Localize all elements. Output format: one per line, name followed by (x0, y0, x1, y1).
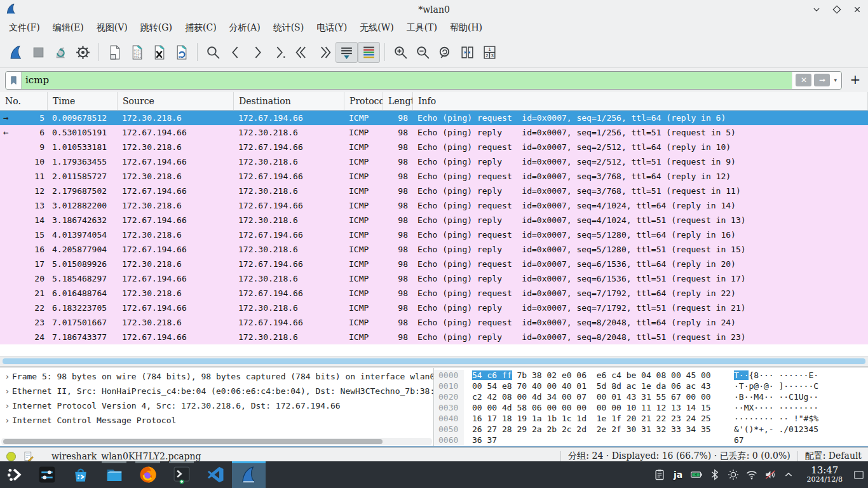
column-header-source[interactable]: Source (118, 92, 234, 110)
volume-tray[interactable] (761, 461, 780, 488)
menu-item-f[interactable]: 文件(F) (3, 20, 46, 36)
capture-options-button[interactable] (72, 42, 94, 63)
maximize-button[interactable] (831, 4, 843, 15)
hex-ascii[interactable]: &'()*+,- ./012345 (734, 424, 818, 435)
hex-bytes[interactable]: 00 00 4d 58 06 00 00 00 00 00 10 11 12 1… (472, 402, 719, 413)
hex-bytes[interactable]: 54 c6 ff 7b 38 02 e0 06 e6 c4 be 04 08 0… (472, 370, 719, 381)
menu-item-y[interactable]: 电话(Y) (310, 20, 353, 36)
restart-capture-button[interactable] (50, 42, 72, 63)
filter-dropdown-caret-icon[interactable]: ▾ (832, 77, 838, 83)
filter-bookmark-icon[interactable] (6, 72, 22, 89)
stop-capture-button[interactable] (27, 42, 50, 63)
app-launcher-button[interactable] (0, 461, 30, 488)
packet-row[interactable]: 205.185468297172.67.194.66172.30.218.6IC… (0, 271, 868, 286)
menu-item-a[interactable]: 分析(A) (223, 20, 267, 36)
reload-file-button[interactable] (170, 42, 193, 63)
packet-row[interactable]: 112.011585727172.30.218.6172.67.194.66IC… (0, 169, 868, 184)
hex-ascii[interactable]: T··{8··· ······E· (734, 370, 818, 381)
menu-item-h[interactable]: 帮助(H) (444, 20, 489, 36)
auto-scroll-button[interactable] (336, 42, 358, 63)
hex-ascii[interactable]: 67 (734, 435, 744, 445)
packet-row[interactable]: 122.179687502172.67.194.66172.30.218.6IC… (0, 184, 868, 198)
hex-row[interactable]: 006036 3767 (434, 435, 868, 445)
hex-bytes[interactable]: 16 17 18 19 1a 1b 1c 1d 1e 1f 20 21 22 2… (472, 413, 719, 424)
detail-tree-row[interactable]: ›Internet Protocol Version 4, Src: 172.3… (0, 398, 433, 413)
brightness-tray[interactable] (724, 461, 743, 488)
go-back-button[interactable] (224, 42, 247, 63)
hex-row[interactable]: 004016 17 18 19 1a 1b 1c 1d 1e 1f 20 21 … (434, 413, 868, 424)
go-forward-button[interactable] (247, 42, 269, 63)
firefox-browser-button[interactable] (131, 461, 165, 488)
packet-row[interactable]: 226.183223705172.67.194.66172.30.218.6IC… (0, 301, 868, 315)
zoom-in-button[interactable] (390, 42, 412, 63)
detail-tree-row[interactable]: ›Ethernet II, Src: HonHaiPrecis_c4:be:04… (0, 384, 433, 398)
file-manager-button[interactable] (97, 461, 131, 488)
zoom-out-button[interactable] (412, 42, 434, 63)
packet-row[interactable]: ←60.530105191172.67.194.66172.30.218.6IC… (0, 125, 868, 140)
tray-expander[interactable] (780, 461, 798, 488)
wireshark-button[interactable] (232, 461, 266, 488)
menu-item-t[interactable]: 工具(T) (400, 20, 444, 36)
battery-tray[interactable] (688, 461, 706, 488)
column-header-no[interactable]: No. (0, 92, 48, 110)
packet-row[interactable]: 247.186743377172.67.194.66172.30.218.6IC… (0, 330, 868, 344)
hex-ascii[interactable]: ········ ·· !"#$% (734, 413, 818, 424)
zoom-reset-button[interactable] (434, 42, 456, 63)
menu-item-e[interactable]: 编辑(E) (46, 20, 90, 36)
packet-row[interactable]: 237.017501667172.30.218.6172.67.194.66IC… (0, 315, 868, 330)
menu-item-s[interactable]: 统计(S) (267, 20, 311, 36)
discover-store-button[interactable] (64, 461, 97, 488)
expander-icon[interactable]: › (3, 413, 12, 428)
expander-icon[interactable]: › (3, 369, 12, 384)
column-header-destination[interactable]: Destination (234, 92, 344, 110)
hex-ascii[interactable]: ·T·p@·@· ]······C (734, 381, 818, 391)
system-settings-button[interactable] (30, 461, 64, 488)
column-header-protocol[interactable]: Protocol (344, 92, 383, 110)
expert-info-button[interactable] (6, 452, 16, 461)
hex-bytes[interactable]: c2 42 08 00 4d 34 00 07 00 01 43 31 55 6… (472, 391, 719, 402)
close-button[interactable] (851, 4, 863, 15)
clipboard-tray[interactable] (651, 461, 669, 488)
last-packet-button[interactable] (313, 42, 336, 63)
detail-tree-row[interactable]: ›Internet Control Message Protocol (0, 413, 433, 428)
packet-row[interactable]: 133.012882200172.30.218.6172.67.194.66IC… (0, 198, 868, 213)
open-file-button[interactable] (104, 42, 126, 63)
start-capture-button[interactable] (5, 42, 27, 63)
menu-item-v[interactable]: 视图(V) (90, 20, 134, 36)
first-packet-button[interactable] (291, 42, 313, 63)
wifi-tray[interactable] (743, 461, 761, 488)
column-header-length[interactable]: Length (383, 92, 413, 110)
go-to-packet-button[interactable] (269, 42, 291, 63)
packet-row[interactable]: 164.205877904172.67.194.66172.30.218.6IC… (0, 242, 868, 257)
filter-apply-button[interactable]: ➞ (814, 74, 830, 86)
save-file-button[interactable]: 010101100011 (126, 42, 148, 63)
packet-row[interactable]: 91.010533181172.30.218.6172.67.194.66ICM… (0, 140, 868, 154)
column-header-time[interactable]: Time (48, 92, 118, 110)
expander-icon[interactable]: › (3, 384, 12, 398)
bluetooth-tray[interactable] (706, 461, 724, 488)
resize-columns-button[interactable] (456, 42, 478, 63)
menu-item-g[interactable]: 跳转(G) (134, 20, 179, 36)
find-packet-button[interactable] (202, 42, 224, 63)
hex-ascii[interactable]: ··MX···· ········ (734, 402, 818, 413)
hex-row[interactable]: 000054 c6 ff 7b 38 02 e0 06 e6 c4 be 04 … (434, 370, 868, 381)
packet-list-hscrollbar[interactable] (0, 356, 868, 366)
hex-bytes[interactable]: 26 27 28 29 2a 2b 2c 2d 2e 2f 30 31 32 3… (472, 424, 719, 435)
clock[interactable]: 13:47 2024/12/8 (801, 461, 849, 488)
hex-row[interactable]: 005026 27 28 29 2a 2b 2c 2d 2e 2f 30 31 … (434, 424, 868, 435)
packet-row[interactable]: →50.009678512172.30.218.6172.67.194.66IC… (0, 111, 868, 125)
hex-row[interactable]: 0020c2 42 08 00 4d 34 00 07 00 01 43 31 … (434, 391, 868, 402)
profile-label[interactable]: 配置: Default (805, 451, 862, 462)
colorize-button[interactable] (358, 42, 380, 63)
show-desktop-button[interactable] (849, 461, 868, 488)
display-filter-input[interactable] (22, 72, 792, 89)
titlebar[interactable]: *wlan0 (0, 0, 868, 19)
packet-row[interactable]: 101.179363455172.67.194.66172.30.218.6IC… (0, 154, 868, 169)
capture-comment-icon[interactable] (23, 451, 34, 462)
packet-row[interactable]: 216.016488764172.30.218.6172.67.194.66IC… (0, 286, 868, 301)
packet-row[interactable]: 143.186742632172.67.194.66172.30.218.6IC… (0, 213, 868, 227)
detail-tree-row[interactable]: ›Frame 5: 98 bytes on wire (784 bits), 9… (0, 369, 433, 384)
filter-add-button[interactable]: + (848, 72, 863, 88)
input-method-badge[interactable]: ja (669, 461, 688, 488)
column-header-info[interactable]: Info (413, 92, 868, 110)
